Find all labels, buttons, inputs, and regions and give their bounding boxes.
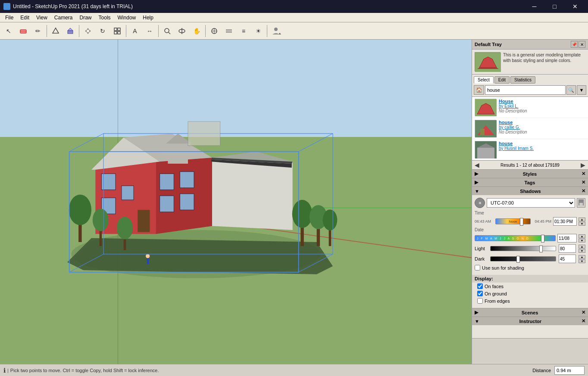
time-slider-thumb[interactable] [520, 218, 523, 226]
on-ground-label: On ground [485, 291, 507, 296]
menu-view[interactable]: View [33, 14, 51, 22]
tab-edit[interactable]: Edit [494, 76, 510, 84]
from-edges-checkbox[interactable] [477, 298, 483, 304]
tab-select[interactable]: Select [474, 76, 494, 84]
template-preview: This is a general user modeling template… [472, 50, 588, 75]
shadows-tool-button[interactable]: ☀ [251, 24, 265, 38]
time-spinner[interactable]: ▲ ▼ [579, 218, 585, 226]
date-spin-up[interactable]: ▲ [579, 234, 585, 238]
light-spin-up[interactable]: ▲ [579, 245, 585, 249]
layers-tool-button[interactable]: ≡ [237, 24, 250, 38]
instructor-section-header[interactable]: ▼ Instructor ✕ [472, 317, 588, 325]
close-button[interactable]: ✕ [565, 0, 585, 13]
shadow-save-button[interactable] [577, 198, 585, 208]
tray-close-button[interactable]: ✕ [579, 41, 585, 48]
on-ground-checkbox[interactable] [477, 291, 483, 296]
dark-value-input[interactable] [559, 255, 576, 263]
date-spin-down[interactable]: ▼ [579, 239, 585, 242]
time-spin-up[interactable]: ▲ [579, 218, 585, 221]
zoom-tool-button[interactable] [160, 24, 174, 38]
comp-author-2: by Husnil Imam S. [499, 146, 585, 151]
xray-tool-button[interactable] [222, 24, 236, 38]
move-tool-button[interactable] [81, 24, 95, 38]
tags-close-button[interactable]: ✕ [582, 180, 585, 185]
distance-input[interactable] [554, 366, 585, 375]
timezone-row: ☀ UTC-07:00 [475, 198, 585, 208]
menu-tools[interactable]: Tools [95, 14, 114, 22]
minimize-button[interactable]: ─ [525, 0, 544, 13]
shapes-tool-button[interactable] [49, 24, 63, 38]
date-spinner[interactable]: ▲ ▼ [579, 234, 585, 242]
pencil-tool-button[interactable]: ✏ [31, 24, 45, 38]
search-button[interactable]: 🔍 [566, 85, 576, 95]
menu-camera[interactable]: Camera [51, 14, 76, 22]
component-item-2[interactable]: house by Husnil Imam S. [472, 139, 588, 160]
light-spinner[interactable]: ▲ ▼ [579, 245, 585, 253]
select-tool-button[interactable]: ↖ [2, 24, 16, 38]
viewport[interactable] [0, 40, 472, 364]
instructor-close-button[interactable]: ✕ [582, 318, 585, 324]
text-tool-button[interactable]: A [128, 24, 142, 38]
titlebar-controls[interactable]: ─ □ ✕ [525, 0, 585, 13]
tags-toggle-icon: ▶ [475, 180, 478, 185]
date-value-input[interactable] [557, 234, 577, 242]
component-thumb-1 [475, 120, 496, 137]
dark-slider-track[interactable] [490, 256, 556, 261]
sun-shading-checkbox[interactable] [475, 265, 480, 270]
styles-close-button[interactable]: ✕ [582, 171, 585, 177]
comp-name-2: house [499, 141, 585, 146]
tags-section-header[interactable]: ▶ Tags ✕ [472, 178, 588, 186]
home-button[interactable]: 🏠 [474, 85, 484, 95]
pan-tool-button[interactable]: ✋ [190, 24, 203, 38]
date-slider-track[interactable]: J F M A M J J A S O N D [475, 235, 556, 241]
scenes-section-header[interactable]: ▶ Scenes ✕ [472, 308, 588, 317]
light-value-input[interactable] [559, 244, 576, 253]
results-prev-button[interactable]: ◀ [475, 162, 479, 168]
eraser-tool-button[interactable] [16, 24, 30, 38]
profile-tool-button[interactable] [269, 24, 283, 38]
rotate-tool-button[interactable]: ↻ [96, 24, 109, 38]
menu-window[interactable]: Window [114, 14, 140, 22]
menu-edit[interactable]: Edit [17, 14, 33, 22]
tab-statistics[interactable]: Statistics [510, 76, 535, 84]
time-slider-track[interactable]: Noon [495, 218, 531, 224]
light-slider-track[interactable] [490, 246, 556, 251]
date-slider-thumb[interactable] [541, 235, 544, 242]
component-item-0[interactable]: House by Eskil L. No Description [472, 97, 588, 118]
tray-header-controls[interactable]: 📌 ✕ [571, 41, 585, 48]
menu-file[interactable]: File [2, 14, 17, 22]
styles-section-header[interactable]: ▶ Styles ✕ [472, 170, 588, 178]
dark-slider-thumb[interactable] [516, 256, 520, 263]
scenes-close-button[interactable]: ✕ [582, 310, 585, 315]
menu-help[interactable]: Help [139, 14, 157, 22]
menu-draw[interactable]: Draw [76, 14, 95, 22]
toolbar-sep-2 [79, 25, 79, 37]
results-next-button[interactable]: ▶ [581, 162, 585, 168]
svg-point-50 [292, 200, 313, 228]
light-slider-thumb[interactable] [539, 245, 543, 252]
component-item-1[interactable]: house by callie G. No Description [472, 118, 588, 139]
orbit-tool-button[interactable] [175, 24, 189, 38]
style-tool-button[interactable] [207, 24, 221, 38]
light-spin-down[interactable]: ▼ [579, 249, 585, 253]
search-options-button[interactable]: ▼ [577, 85, 586, 95]
component-tool-button[interactable] [110, 24, 124, 38]
svg-point-54 [323, 209, 338, 230]
shadows-section-header[interactable]: ▼ Shadows ✕ [472, 187, 588, 195]
search-input[interactable] [485, 85, 566, 95]
time-spin-down[interactable]: ▼ [579, 222, 585, 226]
on-faces-checkbox[interactable] [477, 283, 483, 289]
dimension-tool-button[interactable]: ↔ [143, 24, 156, 38]
shadows-close-button[interactable]: ✕ [582, 188, 585, 194]
svg-marker-8 [89, 30, 91, 32]
dark-spin-down[interactable]: ▼ [579, 259, 585, 263]
dark-spinner[interactable]: ▲ ▼ [579, 255, 585, 263]
timezone-select[interactable]: UTC-07:00 [487, 198, 575, 208]
maximize-button[interactable]: □ [545, 0, 564, 13]
svg-rect-34 [160, 174, 174, 190]
time-value-input[interactable] [553, 217, 577, 226]
pushpull-tool-button[interactable] [63, 24, 77, 38]
dark-spin-up[interactable]: ▲ [579, 255, 585, 259]
main-layout: Default Tray 📌 ✕ This is a general user … [0, 40, 588, 364]
tray-pin-button[interactable]: 📌 [571, 41, 578, 48]
